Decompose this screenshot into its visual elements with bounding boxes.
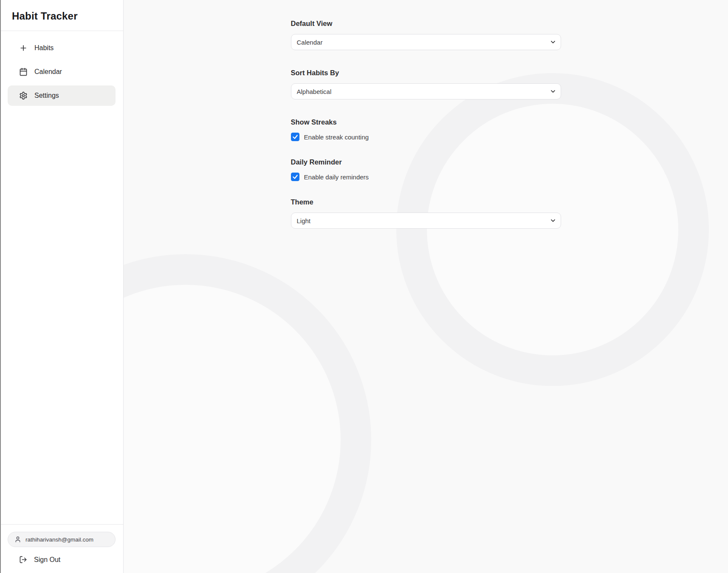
default-view-select-wrap: Calendar (291, 34, 561, 50)
streak-checkbox-row[interactable]: Enable streak counting (291, 133, 561, 141)
reminder-checkbox[interactable] (291, 173, 299, 181)
sign-out-label: Sign Out (34, 556, 60, 564)
theme-select[interactable]: Light (291, 213, 561, 229)
user-email: rathiharivansh@gmail.com (25, 536, 93, 543)
reminder-checkbox-row[interactable]: Enable daily reminders (291, 173, 561, 181)
sidebar-header: Habit Tracker (0, 0, 123, 31)
reminder-checkbox-label: Enable daily reminders (304, 173, 369, 181)
decorative-ring-bottom-left (124, 254, 371, 573)
settings-page: Default View Calendar Sort Habits By Alp… (124, 0, 728, 573)
sidebar-item-label: Settings (34, 92, 59, 99)
sort-habits-section: Sort Habits By Alphabetical (291, 69, 561, 99)
theme-select-wrap: Light (291, 213, 561, 229)
settings-form: Default View Calendar Sort Habits By Alp… (291, 0, 561, 229)
sidebar-footer: rathiharivansh@gmail.com Sign Out (0, 524, 123, 573)
log-out-icon (19, 556, 27, 564)
sidebar-nav: Habits Calendar Settings (0, 31, 123, 113)
sidebar-item-label: Calendar (34, 68, 62, 76)
sidebar-item-calendar[interactable]: Calendar (8, 62, 116, 82)
sidebar-item-habits[interactable]: Habits (8, 38, 116, 58)
gear-icon (19, 91, 28, 100)
default-view-select[interactable]: Calendar (291, 34, 561, 50)
plus-icon (19, 44, 28, 52)
default-view-section: Default View Calendar (291, 20, 561, 50)
theme-section: Theme Light (291, 198, 561, 229)
app-window: Habit Tracker Habits Calendar Settin (0, 0, 728, 573)
calendar-icon (19, 68, 28, 76)
daily-reminder-section: Daily Reminder Enable daily reminders (291, 158, 561, 181)
sort-habits-label: Sort Habits By (291, 69, 561, 77)
check-icon (292, 134, 298, 140)
user-email-chip[interactable]: rathiharivansh@gmail.com (8, 532, 116, 547)
sidebar-item-label: Habits (34, 44, 54, 52)
show-streaks-section: Show Streaks Enable streak counting (291, 118, 561, 141)
streak-checkbox-label: Enable streak counting (304, 133, 369, 141)
sidebar-item-settings[interactable]: Settings (8, 85, 116, 106)
sign-out-button[interactable]: Sign Out (8, 556, 116, 564)
window-left-border (0, 0, 1, 573)
show-streaks-label: Show Streaks (291, 118, 561, 126)
theme-label: Theme (291, 198, 561, 206)
app-title: Habit Tracker (12, 10, 111, 22)
sidebar-footer-divider (0, 524, 123, 525)
default-view-label: Default View (291, 20, 561, 28)
sort-habits-select[interactable]: Alphabetical (291, 83, 561, 99)
streak-checkbox[interactable] (291, 133, 299, 141)
sort-habits-select-wrap: Alphabetical (291, 83, 561, 99)
sidebar: Habit Tracker Habits Calendar Settin (0, 0, 124, 573)
daily-reminder-label: Daily Reminder (291, 158, 561, 166)
check-icon (292, 174, 298, 180)
user-icon (14, 536, 21, 543)
